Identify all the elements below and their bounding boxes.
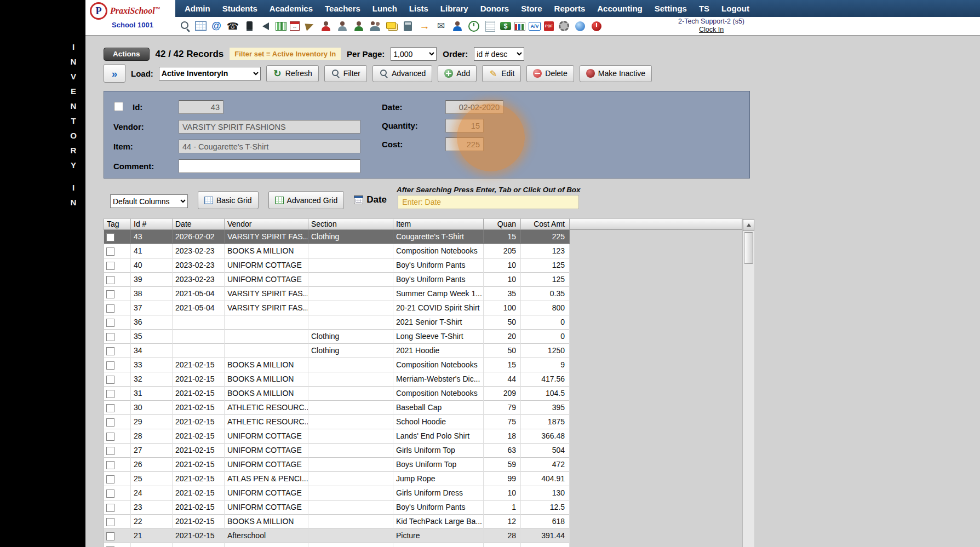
nav-item[interactable]: Settings	[649, 0, 693, 17]
people-icon[interactable]	[369, 20, 382, 33]
refresh-button[interactable]: Refresh	[266, 65, 319, 82]
nav-item[interactable]: Lunch	[366, 0, 403, 17]
col-section[interactable]: Section	[308, 218, 393, 230]
row-checkbox[interactable]	[106, 276, 114, 284]
row-checkbox[interactable]	[106, 461, 114, 469]
date-search-input[interactable]	[398, 195, 579, 209]
table-row[interactable]: 32 2021-02-15 BOOKS A MILLION Merriam-We…	[104, 372, 570, 387]
row-checkbox[interactable]	[106, 475, 114, 483]
nav-item[interactable]: Admin	[179, 0, 216, 17]
table-row[interactable]: 43 2026-02-02 VARSITY SPIRIT FAS... Clot…	[104, 230, 570, 244]
row-checkbox[interactable]	[106, 376, 114, 384]
table-row[interactable]	[104, 543, 570, 547]
row-checkbox[interactable]	[106, 404, 114, 412]
nav-item[interactable]: Lists	[403, 0, 434, 17]
table-row[interactable]: 36 2021 Senior T-Shirt 50 0	[104, 315, 570, 330]
nav-item[interactable]: Accounting	[591, 0, 649, 17]
row-checkbox[interactable]	[106, 447, 114, 455]
row-checkbox[interactable]	[106, 361, 114, 370]
row-checkbox[interactable]	[106, 490, 114, 498]
delete-button[interactable]: Delete	[526, 65, 574, 82]
table-row[interactable]: 34 Clothing 2021 Hoodie 50 1250	[104, 344, 570, 358]
power-icon[interactable]	[590, 20, 603, 33]
quantity-field[interactable]	[445, 119, 484, 133]
student-red-icon[interactable]	[319, 20, 333, 33]
col-item[interactable]: Item	[393, 218, 484, 230]
col-date[interactable]: Date	[173, 218, 225, 230]
table-row[interactable]: 41 2023-02-23 BOOKS A MILLION Compositio…	[104, 244, 570, 258]
gear-icon[interactable]	[557, 20, 570, 33]
row-checkbox[interactable]	[106, 433, 114, 441]
row-checkbox[interactable]	[106, 518, 114, 526]
advanced-grid-button[interactable]: Advanced Grid	[268, 191, 345, 209]
advanced-button[interactable]: Advanced	[372, 65, 432, 82]
phone-icon[interactable]	[226, 20, 239, 33]
date-field[interactable]	[445, 100, 503, 114]
filter-button[interactable]: Filter	[324, 65, 367, 82]
nav-item[interactable]: TS	[693, 0, 715, 17]
cards-icon[interactable]	[385, 20, 398, 33]
table-row[interactable]: 26 2021-02-15 UNIFORM COTTAGE Boys Unifo…	[104, 458, 570, 472]
bar-chart-icon[interactable]	[514, 22, 525, 31]
student-gray-icon[interactable]	[336, 20, 349, 33]
row-checkbox[interactable]	[106, 319, 114, 327]
payment-icon[interactable]	[500, 22, 511, 30]
table-scrollbar[interactable]	[742, 218, 754, 547]
row-checkbox[interactable]	[106, 418, 114, 427]
table-row[interactable]: 30 2021-02-15 ATHLETIC RESOURC... Baseba…	[104, 401, 570, 415]
calendar-red-icon[interactable]	[290, 21, 300, 31]
make-inactive-button[interactable]: Make Inactive	[580, 65, 652, 82]
edit-button[interactable]: Edit	[482, 65, 521, 82]
table-row[interactable]: 38 2021-05-04 VARSITY SPIRIT FAS... Summ…	[104, 287, 570, 301]
scrollbar-thumb[interactable]	[744, 232, 753, 264]
table-row[interactable]: 33 2021-02-15 BOOKS A MILLION Compositio…	[104, 358, 570, 372]
id-field[interactable]	[179, 100, 223, 114]
comment-field[interactable]	[179, 159, 360, 173]
notes-icon[interactable]	[484, 20, 497, 33]
grid-icon[interactable]	[195, 21, 207, 31]
av-icon[interactable]	[529, 22, 541, 31]
columns-select[interactable]: Default Columns	[110, 194, 188, 208]
col-vendor[interactable]: Vendor	[225, 218, 308, 230]
clock-in-link[interactable]: Clock In	[678, 26, 744, 34]
col-tag[interactable]: Tag	[104, 218, 131, 230]
nav-item[interactable]: Logout	[715, 0, 755, 17]
basic-grid-button[interactable]: Basic Grid	[198, 191, 259, 209]
per-page-select[interactable]: 1,000	[391, 47, 437, 61]
load-select[interactable]: Active InventoryIn	[159, 67, 261, 80]
table-row[interactable]: 37 2021-05-04 VARSITY SPIRIT FAS... 20-2…	[104, 301, 570, 315]
row-checkbox[interactable]	[106, 390, 114, 398]
nav-item[interactable]: Reports	[548, 0, 592, 17]
forward-arrow-icon[interactable]	[418, 20, 431, 33]
calculator-icon[interactable]	[402, 20, 415, 33]
col-cost-amt[interactable]: Cost Amt	[521, 218, 570, 230]
form-tag-checkbox[interactable]	[114, 102, 123, 111]
table-row[interactable]: 23 2021-02-15 UNIFORM COTTAGE Boy's Unif…	[104, 500, 570, 515]
actions-button[interactable]: Actions	[104, 48, 150, 61]
table-row[interactable]: 22 2021-02-15 BOOKS A MILLION Kid TechPa…	[104, 515, 570, 529]
table-row[interactable]: 21 2021-02-15 Afterschool Picture 28 391…	[104, 529, 570, 543]
nav-item[interactable]: Library	[434, 0, 474, 17]
nav-item[interactable]: Academics	[263, 0, 319, 17]
table-row[interactable]: 27 2021-02-15 UNIFORM COTTAGE Girls Unif…	[104, 444, 570, 458]
row-checkbox[interactable]	[106, 333, 114, 341]
vendor-field[interactable]	[179, 120, 360, 134]
send-mail-icon[interactable]	[434, 20, 448, 33]
row-checkbox[interactable]	[106, 347, 114, 355]
table-row[interactable]: 28 2021-02-15 UNIFORM COTTAGE Lands' End…	[104, 429, 570, 444]
nav-item[interactable]: Donors	[474, 0, 515, 17]
row-checkbox[interactable]	[106, 247, 114, 256]
student-check-icon[interactable]	[352, 20, 365, 33]
clock-icon[interactable]	[467, 20, 480, 33]
row-checkbox[interactable]	[106, 262, 114, 270]
col-id[interactable]: Id #	[131, 218, 173, 230]
table-row[interactable]: 29 2021-02-15 ATHLETIC RESOURC... School…	[104, 415, 570, 429]
pdf-icon[interactable]	[544, 21, 554, 31]
nav-item[interactable]: Students	[216, 0, 263, 17]
praxischool-logo-icon[interactable]: P	[90, 2, 107, 20]
table-row[interactable]: 25 2021-02-15 ATLAS PEN & PENCI... Jump …	[104, 472, 570, 486]
megaphone-icon[interactable]	[303, 20, 316, 33]
row-checkbox[interactable]	[106, 233, 114, 241]
row-checkbox[interactable]	[106, 532, 114, 540]
nav-item[interactable]: Teachers	[319, 0, 366, 17]
